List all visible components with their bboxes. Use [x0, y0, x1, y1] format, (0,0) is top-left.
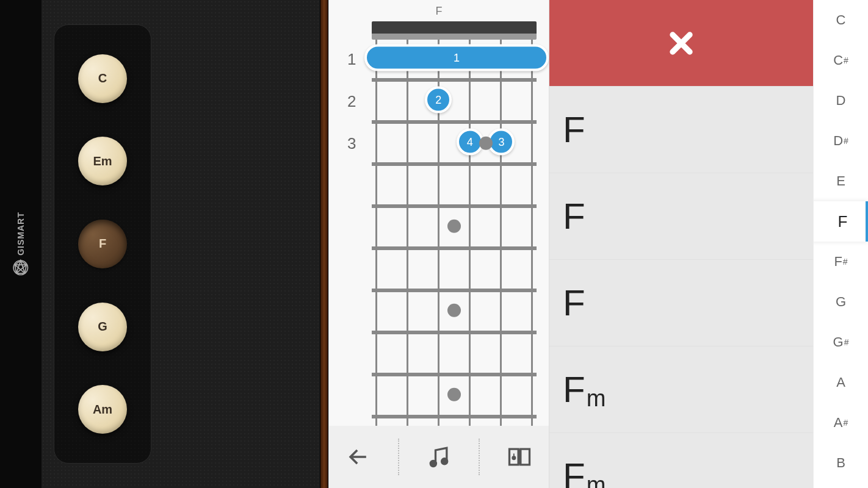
fret-6 — [372, 250, 537, 292]
svg-point-3 — [513, 457, 515, 459]
finger-shadow-dot — [479, 137, 493, 150]
root-note-Csharp[interactable]: C# — [814, 40, 868, 81]
music-notes-button[interactable] — [421, 439, 457, 475]
guitar-body-edge — [320, 0, 328, 488]
chord-button-tray: CEmFGAm — [54, 24, 151, 464]
svg-point-1 — [430, 461, 436, 466]
chord-title: F — [436, 5, 443, 18]
chord-book-icon — [506, 443, 533, 470]
fret-grid: 1231234 — [372, 40, 537, 461]
left-panel: GISMART CEmFGAm — [0, 0, 328, 488]
close-chord-type-button[interactable] — [549, 0, 813, 87]
root-note-Asharp[interactable]: A# — [814, 403, 868, 443]
close-icon — [664, 26, 698, 60]
inlay-dot — [447, 303, 461, 317]
brand-logo-icon — [12, 259, 29, 276]
chord-type-item[interactable]: Fm — [549, 433, 813, 488]
finger-marker: 2 — [425, 87, 452, 113]
inlay-dot — [447, 219, 461, 232]
root-note-Dsharp[interactable]: D# — [814, 121, 868, 161]
chord-type-panel[interactable]: FFFFmFm — [549, 0, 813, 488]
fret-label: 1 — [347, 49, 356, 68]
music-notes-icon — [425, 443, 452, 470]
barre-finger: 1 — [364, 45, 549, 71]
root-note-B[interactable]: B — [814, 443, 868, 483]
fret-label: 2 — [347, 92, 356, 110]
brand-strip: GISMART — [0, 0, 42, 488]
chord-type-item[interactable]: F — [549, 173, 813, 260]
fret-4 — [372, 166, 537, 208]
root-note-G[interactable]: G — [814, 282, 868, 322]
chord-type-item[interactable]: F — [549, 260, 813, 346]
root-note-Gsharp[interactable]: G# — [814, 322, 868, 362]
fretboard: 1231234 — [341, 21, 537, 461]
fret-label: 3 — [347, 134, 356, 152]
chord-button-g[interactable]: G — [78, 303, 127, 351]
chord-button-f[interactable]: F — [78, 220, 127, 268]
chord-button-am[interactable]: Am — [78, 385, 127, 434]
root-note-Fsharp[interactable]: F# — [814, 242, 868, 282]
chord-button-c[interactable]: C — [78, 54, 127, 103]
root-note-A[interactable]: A — [814, 362, 868, 403]
back-arrow-icon — [345, 443, 372, 470]
inlay-dot — [447, 387, 461, 401]
fret-7 — [372, 292, 537, 334]
fret-2: 2 — [372, 82, 537, 124]
bottom-toolbar — [329, 426, 549, 488]
root-note-E[interactable]: E — [814, 161, 868, 201]
chord-button-em[interactable]: Em — [78, 137, 127, 185]
chord-book-button[interactable] — [501, 439, 538, 475]
chord-type-item[interactable]: Fm — [549, 346, 813, 433]
back-button[interactable] — [340, 439, 377, 475]
root-note-F[interactable]: F — [813, 201, 868, 242]
brand-label: GISMART — [12, 212, 29, 276]
fret-8 — [372, 334, 537, 376]
fret-9 — [372, 376, 537, 418]
chalkboard-area: CEmFGAm — [42, 0, 320, 488]
root-note-D[interactable]: D — [814, 81, 868, 121]
fretboard-panel: F 1231234 — [328, 0, 549, 488]
svg-point-2 — [442, 459, 447, 464]
fret-5 — [372, 208, 537, 250]
chord-type-item[interactable]: F — [549, 87, 813, 173]
root-note-panel[interactable]: CC#DD#EFF#GG#AA#B — [813, 0, 868, 488]
root-note-C[interactable]: C — [814, 0, 868, 40]
fretboard-nut — [372, 21, 537, 40]
